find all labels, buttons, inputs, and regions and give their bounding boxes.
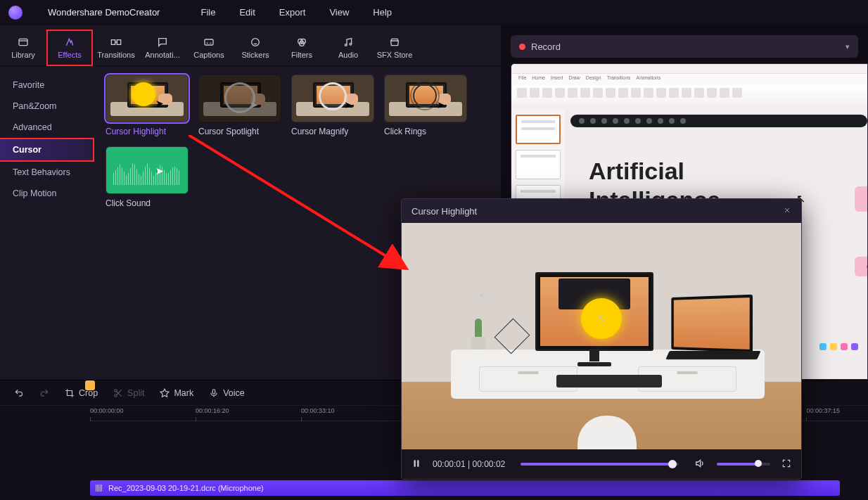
library-icon [17,37,30,48]
tab-effects[interactable]: Effects [46,30,93,66]
preview-plant [469,319,487,350]
cat-text-behaviors[interactable]: Text Behaviors [0,162,98,183]
transitions-icon [110,37,122,48]
tab-captions-label: Captions [193,51,224,59]
tab-captions[interactable]: Captions [186,30,232,66]
svg-rect-13 [414,460,416,466]
menu-help[interactable]: Help [373,7,392,18]
color-dock-icons [819,343,858,350]
menu-items: File Edit Export View Help [200,7,392,18]
menu-file[interactable]: File [200,7,215,18]
redo-button[interactable] [39,388,49,398]
undo-icon [14,388,24,398]
svg-point-4 [252,39,260,46]
mark-button[interactable]: Mark [160,388,193,398]
tab-sfx-store-label: SFX Store [377,51,413,59]
cat-favorite[interactable]: Favorite [0,75,98,96]
menubar: Wondershare DemoCreator File Edit Export… [0,0,868,25]
record-label: Record [531,41,561,52]
preview-slide-thumb [516,115,561,144]
svg-rect-12 [212,389,215,393]
captions-icon [203,37,215,48]
effect-cursor-spotlight[interactable]: ➤ Cursor Spotlight [198,75,281,136]
fullscreen-button[interactable] [781,459,791,470]
tab-sfx-store[interactable]: SFX Store [371,30,418,66]
menu-export[interactable]: Export [279,7,306,18]
split-button[interactable]: Split [113,388,144,398]
dialog-playback-controls: 00:00:01 | 00:00:02 [402,449,801,479]
preview-ribbon-tab: Draw [568,75,580,84]
pause-icon [411,459,421,468]
comment-bubble-icon [855,186,868,212]
tab-stickers[interactable]: Stickers [232,30,279,66]
progress-slider[interactable] [521,463,679,466]
tab-transitions-label: Transitions [97,51,134,59]
effect-categories: Favorite Pan&Zoom Advanced Cursor Text B… [0,66,98,380]
stickers-icon [249,37,262,48]
effect-label: Cursor Highlight [106,127,189,136]
preview-monitor: ↖ [535,272,653,351]
cat-panzoom[interactable]: Pan&Zoom [0,96,98,117]
menu-view[interactable]: View [329,7,349,18]
tab-filters[interactable]: Filters [279,30,325,66]
cursor-icon: ➤ [155,98,164,109]
svg-point-9 [350,43,352,45]
app-logo-icon [8,6,23,20]
waveform-icon [96,485,103,492]
svg-rect-14 [417,460,419,466]
dialog-title: Cursor Highlight [411,206,477,217]
effect-click-sound[interactable]: ➤ Click Sound [106,146,189,208]
tab-audio[interactable]: Audio [325,30,371,66]
preview-ribbon-tab: Design [586,75,601,84]
clip-label: Rec_2023-09-03 20-19-21.dcrc (Microphone… [108,484,264,492]
record-dot-icon [519,44,525,50]
tab-annotations[interactable]: Annotati... [139,30,186,66]
effect-label: Click Rings [384,127,467,136]
cat-clip-motion[interactable]: Clip Motion [0,183,98,204]
tab-stickers-label: Stickers [241,51,269,59]
split-icon [113,388,123,398]
preview-ribbon-tab: File [518,75,526,84]
record-button[interactable]: Record ▾ [511,35,858,58]
svg-rect-3 [205,39,213,45]
tab-transitions[interactable]: Transitions [93,30,139,66]
chevron-down-icon: ▾ [845,42,850,51]
ruler-end: 00:00:37:15 [806,407,840,414]
volume-slider[interactable] [717,463,770,466]
cat-cursor[interactable]: Cursor [0,138,94,162]
ruler-tick: 00:00:16:20 [196,407,229,414]
tab-library[interactable]: Library [0,30,46,66]
close-button[interactable] [783,205,791,217]
audio-icon [342,37,355,48]
sfx-store-icon [388,37,401,48]
menu-edit[interactable]: Edit [239,7,255,18]
dialog-titlebar[interactable]: Cursor Highlight [402,199,801,223]
pause-button[interactable] [411,459,421,470]
volume-button[interactable] [694,458,706,471]
effect-label: Click Sound [106,198,189,208]
svg-rect-0 [19,39,27,45]
dialog-preview-area: ↖ ↖ [402,223,801,449]
cursor-icon: ➤ [344,99,352,110]
svg-point-8 [345,44,347,46]
preview-ribbon-tab: Insert [551,75,563,84]
redo-icon [39,388,49,398]
cursor-icon: ➤ [155,165,164,177]
mark-icon [160,388,170,398]
slide-title-line1: Artificial [589,158,684,184]
cat-advanced[interactable]: Advanced [0,117,98,138]
effect-cursor-highlight[interactable]: ➤ Cursor Highlight [106,75,189,136]
effect-click-rings[interactable]: ➤ Click Rings [384,75,467,136]
timeline-audio-clip[interactable]: Rec_2023-09-03 20-19-21.dcrc (Microphone… [90,480,840,496]
undo-button[interactable] [14,388,24,398]
ruler-tick: 00:00:00:00 [90,407,124,414]
preview-laptop [671,295,753,353]
cursor-icon: ➤ [437,99,445,110]
voice-button[interactable]: Voice [209,388,245,398]
playback-time: 00:00:01 | 00:00:02 [433,459,505,469]
effect-cursor-magnify[interactable]: ➤ Cursor Magnify [291,75,374,136]
effect-label: Cursor Spotlight [198,127,281,136]
preview-ribbon-tab: Animations [637,75,661,84]
microphone-icon [209,388,219,398]
filters-icon [295,37,308,48]
